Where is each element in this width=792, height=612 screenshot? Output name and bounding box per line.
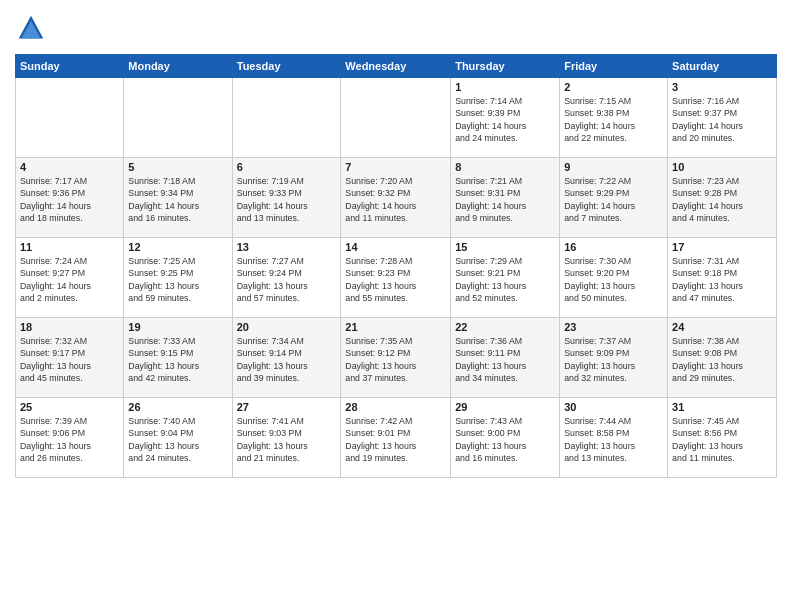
- day-cell: 6Sunrise: 7:19 AMSunset: 9:33 PMDaylight…: [232, 158, 341, 238]
- day-cell: 29Sunrise: 7:43 AMSunset: 9:00 PMDayligh…: [451, 398, 560, 478]
- day-number: 24: [672, 321, 772, 333]
- day-info: Sunrise: 7:45 AMSunset: 8:56 PMDaylight:…: [672, 415, 772, 464]
- header: [15, 10, 777, 46]
- day-number: 16: [564, 241, 663, 253]
- day-number: 9: [564, 161, 663, 173]
- day-info: Sunrise: 7:27 AMSunset: 9:24 PMDaylight:…: [237, 255, 337, 304]
- day-info: Sunrise: 7:15 AMSunset: 9:38 PMDaylight:…: [564, 95, 663, 144]
- day-cell: 22Sunrise: 7:36 AMSunset: 9:11 PMDayligh…: [451, 318, 560, 398]
- day-cell: [232, 78, 341, 158]
- day-info: Sunrise: 7:43 AMSunset: 9:00 PMDaylight:…: [455, 415, 555, 464]
- day-info: Sunrise: 7:42 AMSunset: 9:01 PMDaylight:…: [345, 415, 446, 464]
- day-cell: [341, 78, 451, 158]
- day-cell: 17Sunrise: 7:31 AMSunset: 9:18 PMDayligh…: [668, 238, 777, 318]
- header-day-sunday: Sunday: [16, 55, 124, 78]
- day-number: 5: [128, 161, 227, 173]
- day-number: 10: [672, 161, 772, 173]
- day-info: Sunrise: 7:37 AMSunset: 9:09 PMDaylight:…: [564, 335, 663, 384]
- day-cell: 7Sunrise: 7:20 AMSunset: 9:32 PMDaylight…: [341, 158, 451, 238]
- day-cell: 10Sunrise: 7:23 AMSunset: 9:28 PMDayligh…: [668, 158, 777, 238]
- day-cell: 2Sunrise: 7:15 AMSunset: 9:38 PMDaylight…: [560, 78, 668, 158]
- day-number: 17: [672, 241, 772, 253]
- day-number: 23: [564, 321, 663, 333]
- day-info: Sunrise: 7:21 AMSunset: 9:31 PMDaylight:…: [455, 175, 555, 224]
- day-info: Sunrise: 7:40 AMSunset: 9:04 PMDaylight:…: [128, 415, 227, 464]
- day-info: Sunrise: 7:33 AMSunset: 9:15 PMDaylight:…: [128, 335, 227, 384]
- day-info: Sunrise: 7:31 AMSunset: 9:18 PMDaylight:…: [672, 255, 772, 304]
- day-info: Sunrise: 7:44 AMSunset: 8:58 PMDaylight:…: [564, 415, 663, 464]
- day-info: Sunrise: 7:14 AMSunset: 9:39 PMDaylight:…: [455, 95, 555, 144]
- day-number: 19: [128, 321, 227, 333]
- day-number: 29: [455, 401, 555, 413]
- day-info: Sunrise: 7:41 AMSunset: 9:03 PMDaylight:…: [237, 415, 337, 464]
- day-number: 8: [455, 161, 555, 173]
- day-cell: 15Sunrise: 7:29 AMSunset: 9:21 PMDayligh…: [451, 238, 560, 318]
- header-day-thursday: Thursday: [451, 55, 560, 78]
- day-number: 3: [672, 81, 772, 93]
- day-number: 12: [128, 241, 227, 253]
- day-info: Sunrise: 7:24 AMSunset: 9:27 PMDaylight:…: [20, 255, 119, 304]
- day-cell: 4Sunrise: 7:17 AMSunset: 9:36 PMDaylight…: [16, 158, 124, 238]
- day-number: 11: [20, 241, 119, 253]
- day-info: Sunrise: 7:16 AMSunset: 9:37 PMDaylight:…: [672, 95, 772, 144]
- day-cell: 31Sunrise: 7:45 AMSunset: 8:56 PMDayligh…: [668, 398, 777, 478]
- day-info: Sunrise: 7:20 AMSunset: 9:32 PMDaylight:…: [345, 175, 446, 224]
- day-number: 27: [237, 401, 337, 413]
- header-row: SundayMondayTuesdayWednesdayThursdayFrid…: [16, 55, 777, 78]
- day-cell: 5Sunrise: 7:18 AMSunset: 9:34 PMDaylight…: [124, 158, 232, 238]
- day-info: Sunrise: 7:35 AMSunset: 9:12 PMDaylight:…: [345, 335, 446, 384]
- day-number: 30: [564, 401, 663, 413]
- day-info: Sunrise: 7:19 AMSunset: 9:33 PMDaylight:…: [237, 175, 337, 224]
- day-cell: 26Sunrise: 7:40 AMSunset: 9:04 PMDayligh…: [124, 398, 232, 478]
- day-cell: 23Sunrise: 7:37 AMSunset: 9:09 PMDayligh…: [560, 318, 668, 398]
- day-number: 15: [455, 241, 555, 253]
- day-cell: 1Sunrise: 7:14 AMSunset: 9:39 PMDaylight…: [451, 78, 560, 158]
- day-cell: 30Sunrise: 7:44 AMSunset: 8:58 PMDayligh…: [560, 398, 668, 478]
- day-cell: 19Sunrise: 7:33 AMSunset: 9:15 PMDayligh…: [124, 318, 232, 398]
- header-day-saturday: Saturday: [668, 55, 777, 78]
- day-cell: 3Sunrise: 7:16 AMSunset: 9:37 PMDaylight…: [668, 78, 777, 158]
- day-number: 20: [237, 321, 337, 333]
- day-cell: 21Sunrise: 7:35 AMSunset: 9:12 PMDayligh…: [341, 318, 451, 398]
- logo-icon: [17, 14, 45, 42]
- day-cell: 14Sunrise: 7:28 AMSunset: 9:23 PMDayligh…: [341, 238, 451, 318]
- day-cell: 18Sunrise: 7:32 AMSunset: 9:17 PMDayligh…: [16, 318, 124, 398]
- day-cell: [124, 78, 232, 158]
- header-day-friday: Friday: [560, 55, 668, 78]
- day-info: Sunrise: 7:25 AMSunset: 9:25 PMDaylight:…: [128, 255, 227, 304]
- day-info: Sunrise: 7:36 AMSunset: 9:11 PMDaylight:…: [455, 335, 555, 384]
- day-cell: [16, 78, 124, 158]
- week-row-4: 18Sunrise: 7:32 AMSunset: 9:17 PMDayligh…: [16, 318, 777, 398]
- day-number: 1: [455, 81, 555, 93]
- day-number: 28: [345, 401, 446, 413]
- week-row-1: 1Sunrise: 7:14 AMSunset: 9:39 PMDaylight…: [16, 78, 777, 158]
- day-cell: 12Sunrise: 7:25 AMSunset: 9:25 PMDayligh…: [124, 238, 232, 318]
- day-cell: 8Sunrise: 7:21 AMSunset: 9:31 PMDaylight…: [451, 158, 560, 238]
- day-cell: 24Sunrise: 7:38 AMSunset: 9:08 PMDayligh…: [668, 318, 777, 398]
- day-info: Sunrise: 7:39 AMSunset: 9:06 PMDaylight:…: [20, 415, 119, 464]
- page: SundayMondayTuesdayWednesdayThursdayFrid…: [0, 0, 792, 612]
- day-number: 4: [20, 161, 119, 173]
- day-info: Sunrise: 7:32 AMSunset: 9:17 PMDaylight:…: [20, 335, 119, 384]
- day-cell: 28Sunrise: 7:42 AMSunset: 9:01 PMDayligh…: [341, 398, 451, 478]
- day-cell: 11Sunrise: 7:24 AMSunset: 9:27 PMDayligh…: [16, 238, 124, 318]
- day-cell: 27Sunrise: 7:41 AMSunset: 9:03 PMDayligh…: [232, 398, 341, 478]
- day-cell: 25Sunrise: 7:39 AMSunset: 9:06 PMDayligh…: [16, 398, 124, 478]
- day-info: Sunrise: 7:22 AMSunset: 9:29 PMDaylight:…: [564, 175, 663, 224]
- day-number: 26: [128, 401, 227, 413]
- week-row-5: 25Sunrise: 7:39 AMSunset: 9:06 PMDayligh…: [16, 398, 777, 478]
- day-number: 2: [564, 81, 663, 93]
- header-day-monday: Monday: [124, 55, 232, 78]
- week-row-2: 4Sunrise: 7:17 AMSunset: 9:36 PMDaylight…: [16, 158, 777, 238]
- day-cell: 13Sunrise: 7:27 AMSunset: 9:24 PMDayligh…: [232, 238, 341, 318]
- calendar: SundayMondayTuesdayWednesdayThursdayFrid…: [15, 54, 777, 478]
- day-info: Sunrise: 7:28 AMSunset: 9:23 PMDaylight:…: [345, 255, 446, 304]
- day-number: 14: [345, 241, 446, 253]
- day-number: 31: [672, 401, 772, 413]
- day-info: Sunrise: 7:38 AMSunset: 9:08 PMDaylight:…: [672, 335, 772, 384]
- day-number: 7: [345, 161, 446, 173]
- day-info: Sunrise: 7:34 AMSunset: 9:14 PMDaylight:…: [237, 335, 337, 384]
- day-number: 22: [455, 321, 555, 333]
- day-cell: 16Sunrise: 7:30 AMSunset: 9:20 PMDayligh…: [560, 238, 668, 318]
- logo: [15, 14, 45, 46]
